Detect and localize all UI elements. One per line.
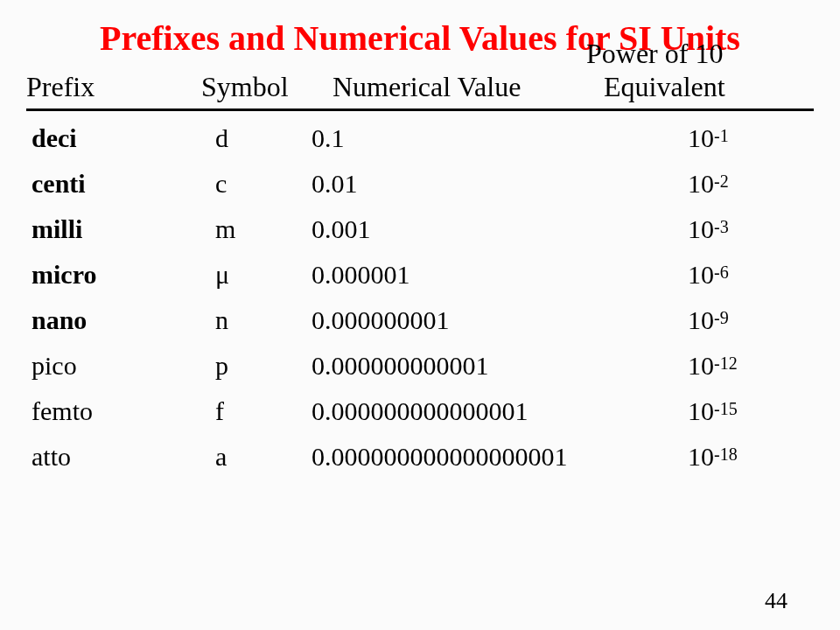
table-row: millim0.00110-3 [32, 214, 814, 244]
header-prefix: Prefix [26, 71, 201, 103]
table-row: attoa0.00000000000000000110-18 [32, 442, 814, 472]
cell-prefix: micro [32, 260, 215, 290]
power-base: 10 [688, 305, 714, 335]
cell-power: 10-18 [688, 442, 793, 472]
table-row: nanon0.00000000110-9 [32, 305, 814, 335]
power-base: 10 [688, 351, 714, 381]
power-base: 10 [688, 123, 714, 153]
power-exponent: -1 [714, 126, 729, 146]
cell-value: 0.000001 [312, 260, 688, 290]
table-row: decid0.110-1 [32, 123, 814, 153]
header-power-of-10: Power of 10 [586, 38, 723, 70]
cell-prefix: femto [32, 396, 215, 426]
cell-value: 0.000000000001 [312, 351, 688, 381]
cell-value: 0.1 [312, 123, 688, 153]
cell-symbol: m [215, 214, 312, 244]
cell-symbol: c [215, 169, 312, 199]
cell-prefix: atto [32, 442, 215, 472]
cell-symbol: d [215, 123, 312, 153]
table-row: centic0.0110-2 [32, 169, 814, 199]
power-base: 10 [688, 260, 714, 290]
cell-value: 0.000000000000001 [312, 396, 688, 426]
cell-prefix: nano [32, 305, 215, 335]
cell-power: 10-1 [688, 123, 793, 153]
table-row: picop0.00000000000110-12 [32, 351, 814, 381]
power-exponent: -15 [714, 399, 738, 419]
power-base: 10 [688, 442, 714, 472]
table-header: Power of 10 Prefix Symbol Numerical Valu… [26, 71, 814, 103]
header-divider [26, 108, 814, 111]
cell-value: 0.001 [312, 214, 688, 244]
header-numerical-value: Numerical Value [332, 71, 604, 103]
cell-prefix: milli [32, 214, 215, 244]
power-exponent: -6 [714, 262, 729, 283]
power-base: 10 [688, 169, 714, 199]
cell-symbol: n [215, 305, 312, 335]
cell-value: 0.01 [312, 169, 688, 199]
cell-power: 10-12 [688, 351, 793, 381]
cell-power: 10-3 [688, 214, 793, 244]
cell-symbol: a [215, 442, 312, 472]
cell-power: 10-2 [688, 169, 793, 199]
cell-value: 0.000000001 [312, 305, 688, 335]
cell-power: 10-6 [688, 260, 793, 290]
header-equivalent: Equivalent [604, 71, 779, 103]
power-exponent: -12 [714, 354, 738, 374]
table-body: decid0.110-1centic0.0110-2millim0.00110-… [26, 123, 814, 472]
cell-prefix: deci [32, 123, 215, 153]
power-exponent: -2 [714, 172, 729, 192]
power-exponent: -9 [714, 308, 729, 328]
header-symbol: Symbol [201, 71, 332, 103]
power-exponent: -3 [714, 217, 729, 237]
cell-symbol: μ [215, 260, 312, 290]
cell-symbol: f [215, 396, 312, 426]
page-number: 44 [765, 588, 788, 614]
cell-power: 10-9 [688, 305, 793, 335]
power-base: 10 [688, 214, 714, 244]
cell-prefix: centi [32, 169, 215, 199]
power-base: 10 [688, 396, 714, 426]
cell-value: 0.000000000000000001 [312, 442, 688, 472]
table-row: femtof0.00000000000000110-15 [32, 396, 814, 426]
cell-prefix: pico [32, 351, 215, 381]
table-row: microμ0.00000110-6 [32, 260, 814, 290]
cell-power: 10-15 [688, 396, 793, 426]
power-exponent: -18 [714, 444, 738, 465]
cell-symbol: p [215, 351, 312, 381]
